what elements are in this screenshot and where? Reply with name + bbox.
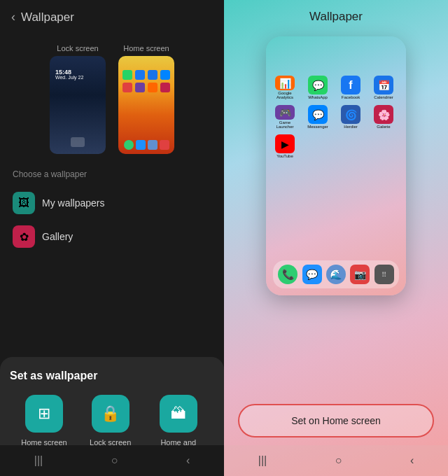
- preview-app-3: [148, 70, 158, 80]
- app-herdier: 🌀 Herdier: [339, 105, 363, 129]
- dock-icon-1: [124, 140, 134, 150]
- left-nav-bar: ||| ○ ‹: [0, 445, 224, 476]
- phone-mockup-inner: 📊 Google Analytics 💬 WhatsApp f Facebook…: [266, 36, 406, 295]
- preview-app-8: [160, 83, 170, 92]
- home-screen-preview-item[interactable]: Home screen: [118, 44, 174, 154]
- dock-messages-icon: 💬: [302, 265, 322, 284]
- preview-app-7: [148, 83, 158, 92]
- app-label-whatsapp: WhatsApp: [308, 95, 328, 99]
- back-icon[interactable]: ‹: [11, 10, 15, 24]
- app-google-analytics: 📊 Google Analytics: [273, 76, 297, 99]
- preview-app-6: [135, 83, 145, 92]
- right-recent-icon[interactable]: |||: [258, 454, 267, 467]
- app-label-analytics: Google Analytics: [273, 91, 297, 99]
- bottom-sheet-title: Set as wallpaper: [10, 370, 214, 382]
- app-label-calendar: Calendrier: [374, 95, 393, 99]
- dock-icon-4: [160, 140, 169, 150]
- preview-app-4: [160, 70, 170, 80]
- app-youtube: ▶ YouTube: [273, 134, 297, 158]
- app-label-game: Game Launcher: [273, 120, 297, 129]
- app-messenger: 💬 Messenger: [306, 105, 330, 129]
- choose-wallpaper-section: Choose a wallpaper 🖼 My wallpapers ✿ Gal…: [0, 161, 224, 262]
- left-page-title: Wallpaper: [21, 10, 74, 24]
- choose-label: Choose a wallpaper: [13, 169, 211, 179]
- app-label-galerie: Galerie: [377, 125, 390, 129]
- app-icon-inner-messenger: 💬: [308, 105, 328, 124]
- app-facebook: f Facebook: [339, 76, 363, 99]
- app-icon-inner-herdier: 🌀: [341, 105, 360, 124]
- app-whatsapp: 💬 WhatsApp: [306, 76, 330, 99]
- right-back-icon[interactable]: ‹: [410, 454, 414, 467]
- app-icon-inner-youtube: ▶: [275, 134, 295, 153]
- app-label-messenger: Messenger: [307, 125, 328, 129]
- preview-app-2: [135, 70, 145, 80]
- right-home-icon[interactable]: ○: [335, 454, 342, 467]
- app-label-facebook: Facebook: [342, 95, 360, 99]
- app-label-herdier: Herdier: [344, 125, 358, 129]
- set-on-home-screen-button[interactable]: Set on Home screen: [238, 404, 434, 438]
- app-icon-inner-calendar: 📅: [374, 76, 393, 94]
- app-icon-inner-facebook: f: [341, 76, 360, 94]
- app-game-launcher: 🎮 Game Launcher: [273, 105, 297, 129]
- dock-phone-icon: 📞: [278, 265, 298, 284]
- dock-camera-icon: 📷: [350, 265, 370, 284]
- my-wallpapers-label: My wallpapers: [42, 197, 104, 209]
- gallery-option[interactable]: ✿ Gallery: [13, 220, 211, 253]
- right-panel: Wallpaper 📊 Google Analytics 💬 WhatsApp …: [224, 0, 448, 476]
- left-back-icon[interactable]: ‹: [186, 454, 190, 467]
- right-page-title: Wallpaper: [309, 10, 363, 24]
- home-dock-preview: [122, 140, 170, 150]
- lock-screen-preview-item[interactable]: Lock screen 15:48 Wed. July 22: [50, 44, 106, 154]
- home-and-lock-set-icon: 🏔: [160, 395, 197, 433]
- gallery-label: Gallery: [42, 231, 73, 242]
- dock-icon-3: [148, 140, 158, 150]
- app-icon-inner-whatsapp: 💬: [308, 76, 328, 94]
- phone-dock: 📞 💬 🌊 📷 ⠿: [273, 260, 399, 288]
- wallpaper-previews: Lock screen 15:48 Wed. July 22 Home scre…: [0, 37, 224, 161]
- lock-camera-icon: [71, 137, 85, 147]
- home-screen-set-icon: ⊞: [25, 395, 63, 433]
- app-calendar: 📅 Calendrier: [372, 76, 396, 99]
- dock-icon-2: [136, 140, 146, 150]
- right-nav-bar: ||| ○ ‹: [224, 445, 448, 476]
- lock-date: Wed. July 22: [55, 75, 83, 80]
- gallery-icon: ✿: [13, 225, 35, 248]
- left-home-icon[interactable]: ○: [111, 454, 118, 467]
- phone-mockup-large: 📊 Google Analytics 💬 WhatsApp f Facebook…: [266, 36, 406, 295]
- set-home-btn-wrap: Set on Home screen: [238, 404, 434, 438]
- home-preview-label: Home screen: [123, 44, 169, 52]
- app-icon-inner-analytics: 📊: [275, 76, 295, 90]
- dock-apps-icon: ⠿: [374, 265, 394, 284]
- apps-grid-large: 📊 Google Analytics 💬 WhatsApp f Facebook…: [273, 76, 399, 158]
- preview-app-1: [122, 70, 132, 80]
- app-galerie: 🌸 Galerie: [372, 105, 396, 129]
- app-icon-inner-game: 🎮: [275, 105, 295, 120]
- home-icon-grid: [122, 70, 170, 92]
- dock-samsung-icon: 🌊: [326, 265, 346, 284]
- left-recent-icon[interactable]: |||: [34, 454, 43, 467]
- right-top-bar: Wallpaper: [224, 0, 448, 29]
- lock-screen-set-icon: 🔒: [92, 395, 130, 433]
- left-panel: ‹ Wallpaper Lock screen 15:48 Wed. July …: [0, 0, 224, 476]
- lock-preview-label: Lock screen: [57, 44, 98, 52]
- my-wallpapers-option[interactable]: 🖼 My wallpapers: [13, 186, 211, 220]
- preview-app-5: [122, 83, 132, 92]
- left-top-bar: ‹ Wallpaper: [0, 0, 224, 34]
- home-phone-preview[interactable]: [118, 56, 174, 154]
- app-label-youtube: YouTube: [276, 154, 293, 158]
- my-wallpapers-icon: 🖼: [13, 192, 35, 214]
- app-icon-inner-galerie: 🌸: [374, 105, 393, 124]
- lock-phone-preview[interactable]: 15:48 Wed. July 22: [50, 56, 106, 154]
